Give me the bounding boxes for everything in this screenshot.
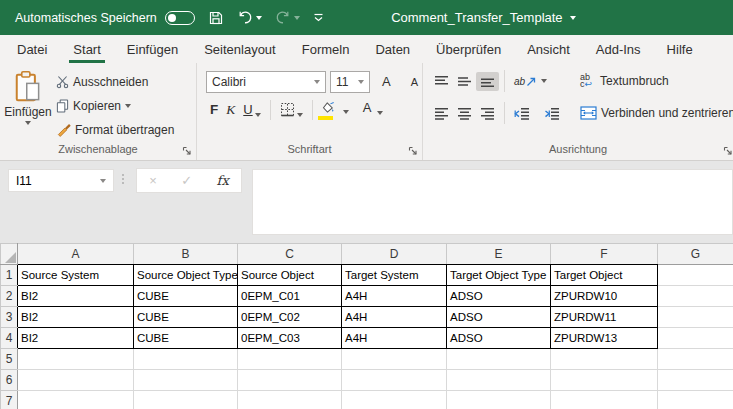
font-dialog-launcher[interactable] — [408, 146, 418, 156]
formula-input[interactable] — [252, 169, 733, 235]
cell-E5[interactable] — [447, 349, 551, 370]
cell-A1[interactable]: Source System — [18, 265, 134, 286]
orientation-button[interactable]: ab — [510, 73, 551, 90]
clipboard-dialog-launcher[interactable] — [182, 146, 192, 156]
align-left-button[interactable] — [430, 104, 453, 123]
font-color-button[interactable]: A — [359, 98, 388, 117]
row-header-7[interactable]: 7 — [1, 391, 18, 409]
underline-button[interactable]: U — [239, 100, 264, 119]
cell-A4[interactable]: BI2 — [18, 328, 134, 349]
cell-C2[interactable]: 0EPM_C01 — [238, 286, 342, 307]
cell-D3[interactable]: A4H — [342, 307, 447, 328]
cell-A7[interactable] — [18, 391, 134, 409]
cell-F7[interactable] — [551, 391, 658, 409]
cell-C1[interactable]: Source Object — [238, 265, 342, 286]
tab-seitenlayout[interactable]: Seitenlayout — [191, 35, 289, 63]
cell-C4[interactable]: 0EPM_C03 — [238, 328, 342, 349]
cell-D2[interactable]: A4H — [342, 286, 447, 307]
cell-G6[interactable] — [658, 370, 733, 391]
cell-B1[interactable]: Source Object Type — [134, 265, 238, 286]
align-center-button[interactable] — [453, 104, 476, 123]
fill-color-button[interactable] — [318, 100, 353, 116]
cell-E2[interactable]: ADSO — [447, 286, 551, 307]
wrap-text-button[interactable]: ab c↩ Textumbruch — [580, 68, 733, 94]
cell-G2[interactable] — [658, 286, 733, 307]
cell-F6[interactable] — [551, 370, 658, 391]
copy-button[interactable]: Kopieren — [56, 94, 174, 117]
cell-A2[interactable]: BI2 — [18, 286, 134, 307]
column-header-E[interactable]: E — [447, 244, 551, 265]
column-header-A[interactable]: A — [18, 244, 134, 265]
cell-C7[interactable] — [238, 391, 342, 409]
cell-E7[interactable] — [447, 391, 551, 409]
cell-E4[interactable]: ADSO — [447, 328, 551, 349]
alignment-dialog-launcher[interactable] — [723, 146, 733, 156]
align-bottom-button[interactable] — [476, 72, 499, 91]
cell-G5[interactable] — [658, 349, 733, 370]
tab-addins[interactable]: Add-Ins — [583, 35, 654, 63]
column-header-B[interactable]: B — [134, 244, 238, 265]
cell-F5[interactable] — [551, 349, 658, 370]
format-painter-button[interactable]: Format übertragen — [56, 118, 174, 141]
tab-ansicht[interactable]: Ansicht — [514, 35, 583, 63]
select-all-button[interactable] — [1, 244, 18, 265]
italic-button[interactable]: K — [222, 100, 239, 120]
increase-indent-button[interactable] — [540, 104, 564, 123]
row-header-2[interactable]: 2 — [1, 286, 18, 307]
cell-B4[interactable]: CUBE — [134, 328, 238, 349]
row-header-5[interactable]: 5 — [1, 349, 18, 370]
cell-B5[interactable] — [134, 349, 238, 370]
cell-E6[interactable] — [447, 370, 551, 391]
cell-G4[interactable] — [658, 328, 733, 349]
row-header-6[interactable]: 6 — [1, 370, 18, 391]
column-header-F[interactable]: F — [551, 244, 658, 265]
align-right-button[interactable] — [476, 104, 499, 123]
row-header-3[interactable]: 3 — [1, 307, 18, 328]
customize-qat-button[interactable] — [313, 13, 324, 22]
tab-einfuegen[interactable]: Einfügen — [114, 35, 191, 63]
cell-C5[interactable] — [238, 349, 342, 370]
align-middle-button[interactable] — [453, 72, 476, 91]
tab-hilfe[interactable]: Hilfe — [654, 35, 706, 63]
cell-F3[interactable]: ZPURDW11 — [551, 307, 658, 328]
column-header-D[interactable]: D — [342, 244, 447, 265]
cell-C6[interactable] — [238, 370, 342, 391]
name-box[interactable]: I11 — [8, 169, 114, 192]
save-button[interactable] — [208, 10, 224, 26]
cell-D5[interactable] — [342, 349, 447, 370]
row-header-4[interactable]: 4 — [1, 328, 18, 349]
paste-button[interactable]: Einfügen — [0, 68, 56, 141]
tab-start[interactable]: Start — [60, 35, 113, 63]
font-name-select[interactable]: Calibri — [206, 71, 326, 93]
cell-C3[interactable]: 0EPM_C02 — [238, 307, 342, 328]
cell-F1[interactable]: Target Object — [551, 265, 658, 286]
tab-datei[interactable]: Datei — [4, 35, 60, 63]
column-header-G[interactable]: G — [658, 244, 733, 265]
cell-F4[interactable]: ZPURDW13 — [551, 328, 658, 349]
cell-B6[interactable] — [134, 370, 238, 391]
autosave-toggle[interactable]: Automatisches Speichern — [15, 11, 195, 25]
cell-A6[interactable] — [18, 370, 134, 391]
bold-button[interactable]: F — [206, 100, 222, 119]
decrease-indent-button[interactable] — [510, 104, 534, 123]
cell-G1[interactable] — [658, 265, 733, 286]
align-top-button[interactable] — [430, 72, 453, 91]
cell-E3[interactable]: ADSO — [447, 307, 551, 328]
cut-button[interactable]: Ausschneiden — [56, 70, 174, 93]
cell-D4[interactable]: A4H — [342, 328, 447, 349]
cell-F2[interactable]: ZPURDW10 — [551, 286, 658, 307]
cell-B7[interactable] — [134, 391, 238, 409]
cell-A3[interactable]: BI2 — [18, 307, 134, 328]
cell-D7[interactable] — [342, 391, 447, 409]
undo-button[interactable] — [237, 10, 262, 25]
borders-button[interactable] — [276, 100, 307, 119]
cell-G7[interactable] — [658, 391, 733, 409]
formula-bar-resize-handle[interactable] — [122, 174, 124, 184]
merge-center-button[interactable]: Verbinden und zentrieren — [580, 100, 733, 126]
enter-icon[interactable]: ✓ — [181, 173, 192, 188]
row-header-1[interactable]: 1 — [1, 265, 18, 286]
tab-daten[interactable]: Daten — [362, 35, 423, 63]
font-size-select[interactable]: 11 — [330, 71, 370, 93]
cell-B3[interactable]: CUBE — [134, 307, 238, 328]
cell-G3[interactable] — [658, 307, 733, 328]
